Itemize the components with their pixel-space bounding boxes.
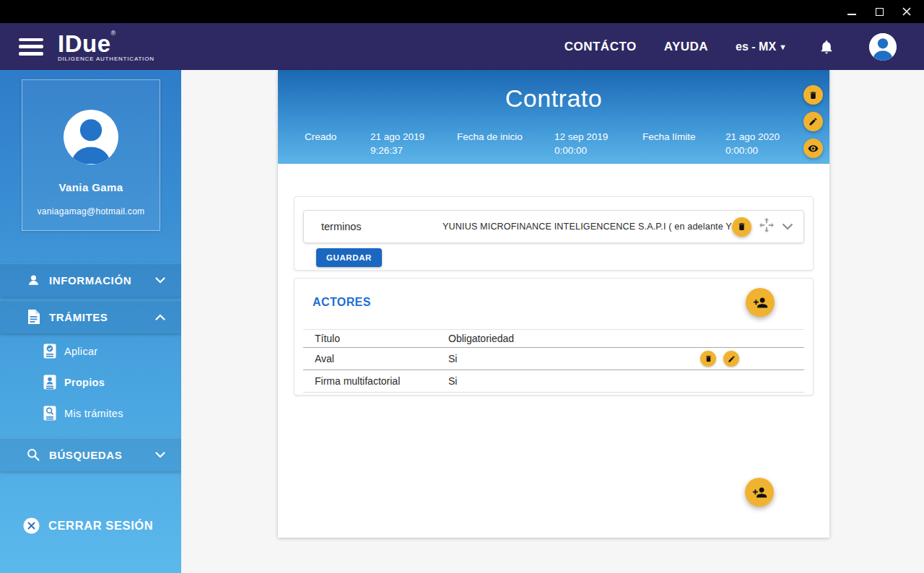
add-participant-button[interactable] [745,478,774,507]
profile-card: Vania Gama vaniagamag@hotmail.com [22,79,160,231]
app-header: IDue® DILIGENCE AUTHENTICATION CONTÁCTO … [0,23,924,70]
sidebar-item-label: Aplicar [64,346,97,357]
logo-subtitle: DILIGENCE AUTHENTICATION [58,56,154,62]
meta-value-fecha-inicio: 12 sep 20190:00:00 [554,130,608,157]
bell-icon [819,38,834,56]
close-icon [902,6,912,17]
sidebar-item-label: TRÁMITES [49,311,108,323]
sidebar: Vania Gama vaniagamag@hotmail.com INFORM… [0,70,181,573]
document-icon [26,310,40,324]
column-header-titulo: Título [303,333,448,344]
search-icon [26,447,40,462]
trash-icon [705,354,712,363]
table-row[interactable]: Aval Si [303,348,804,370]
nav-contacto[interactable]: CONTÁCTO [565,40,637,54]
save-button[interactable]: GUARDAR [316,248,382,267]
chevron-down-icon [155,277,165,284]
own-card-icon [43,375,56,390]
chevron-up-icon [155,314,165,320]
contract-header: Contrato Creado 21 ago 20199:26:37 Fecha… [278,70,829,164]
delete-term-button[interactable] [732,217,751,237]
sidebar-item-informacion[interactable]: INFORMACIÓN [0,263,181,297]
pencil-icon [728,355,736,363]
sidebar-item-tramites[interactable]: TRÁMITES [0,300,181,333]
pencil-icon [808,117,818,126]
terms-accordion-row[interactable]: terminos YUNIUS MICROFINANCE INTELIGENCE… [303,210,804,243]
contract-page: Contrato Creado 21 ago 20199:26:37 Fecha… [278,70,829,538]
profile-email: vaniagamag@hotmail.com [22,206,160,216]
logo-title: IDue [58,30,111,57]
language-label: es - MX [736,40,776,53]
user-avatar[interactable] [869,33,897,61]
column-header-obligatoriedad: Obligatoriedad [448,333,514,344]
sidebar-item-label: Mis trámites [64,408,123,419]
sidebar-item-aplicar[interactable]: Aplicar [0,336,181,367]
edit-actor-button[interactable] [723,351,739,367]
sidebar-item-label: BÚSQUEDAS [49,449,122,461]
page-title: Contrato [278,84,829,113]
actors-section: ACTORES Título Obligatoriedad Aval Si [294,278,814,395]
delete-actor-button[interactable] [700,351,716,367]
meta-value-creado: 21 ago 20199:26:37 [370,130,424,157]
tramites-submenu: Aplicar Propios Mis trámites [0,336,181,429]
language-selector[interactable]: es - MX ▼ [736,40,787,53]
view-contract-button[interactable] [803,139,823,158]
meta-value-fecha-limite: 21 ago 20200:00:00 [725,130,780,157]
profile-name: Vania Gama [22,181,160,193]
caret-down-icon: ▼ [779,43,787,51]
row-actions [700,351,739,367]
logout-button[interactable]: CERRAR SESIÓN [23,517,153,534]
actor-titulo: Aval [303,353,448,364]
expand-terms-button[interactable] [782,220,793,233]
hamburger-menu-icon[interactable] [19,38,43,56]
sidebar-item-label: Propios [64,377,105,388]
maximize-icon [876,8,884,16]
minimize-button[interactable] [846,6,858,17]
delete-contract-button[interactable] [803,85,823,105]
notifications-button[interactable] [819,38,834,56]
meta-label-creado: Creado [305,130,336,144]
trash-icon [737,222,746,232]
sidebar-item-busquedas[interactable]: BÚSQUEDAS [0,438,181,471]
terms-field-value: YUNIUS MICROFINANCE INTELIGENCENCE S.A.P… [443,222,732,232]
edit-contract-button[interactable] [803,112,823,131]
trash-icon [808,90,818,100]
actor-titulo: Firma multifactorial [303,375,448,387]
close-button[interactable] [901,6,912,17]
table-header-row: Título Obligatoriedad [303,329,804,348]
profile-avatar-icon [63,109,119,165]
header-actions: CONTÁCTO AYUDA es - MX ▼ [565,33,924,61]
close-circle-icon [23,517,40,534]
person-add-icon [752,485,767,500]
avatar-icon [869,33,897,61]
terms-field-label: terminos [321,221,443,232]
table-row[interactable]: Firma multifactorial Si [303,370,804,393]
move-icon [758,216,775,234]
drag-handle[interactable] [758,216,775,237]
search-card-icon [43,406,56,421]
actor-obligatoriedad: Si [448,375,457,387]
registered-mark: ® [111,30,116,37]
sidebar-item-propios[interactable]: Propios [0,367,181,398]
apply-card-icon [43,344,56,359]
add-actor-button[interactable] [746,288,775,317]
meta-label-fecha-inicio: Fecha de inicio [457,130,523,144]
chevron-down-icon [782,223,793,230]
actors-table: Título Obligatoriedad Aval Si [303,329,804,393]
eye-icon [808,143,819,154]
contract-action-buttons [803,85,823,158]
sidebar-item-mis-tramites[interactable]: Mis trámites [0,398,181,429]
terms-row-actions [732,216,793,237]
maximize-button[interactable] [873,6,885,17]
nav-ayuda[interactable]: AYUDA [664,40,708,54]
minimize-icon [847,9,856,15]
meta-label-fecha-limite: Fecha límite [642,130,696,144]
logout-label: CERRAR SESIÓN [48,519,153,533]
os-titlebar [0,0,924,23]
actors-section-title: ACTORES [313,296,371,309]
chevron-down-icon [155,452,165,458]
terms-section: terminos YUNIUS MICROFINANCE INTELIGENCE… [294,196,814,271]
actor-obligatoriedad: Si [448,353,457,364]
person-add-icon [753,295,768,310]
app-logo: IDue® DILIGENCE AUTHENTICATION [58,32,154,62]
